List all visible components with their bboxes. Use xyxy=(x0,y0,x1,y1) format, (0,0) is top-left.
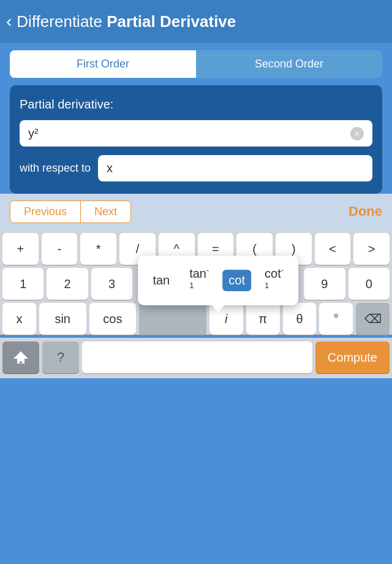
bottom-row: ? Compute xyxy=(0,338,392,378)
shift-icon xyxy=(12,349,29,366)
next-button[interactable]: Next xyxy=(81,201,130,223)
key-cos[interactable]: cos xyxy=(89,303,137,335)
svg-point-1 xyxy=(20,361,22,364)
popup-arrow xyxy=(212,305,224,313)
header: ‹ Differentiate Partial Derivative xyxy=(0,0,392,43)
previous-button[interactable]: Previous xyxy=(10,201,81,223)
trig-popup: tan tan-1 cot cot-1 xyxy=(138,256,298,305)
key-3[interactable]: 3 xyxy=(91,268,132,300)
key-theta[interactable]: θ xyxy=(283,303,317,335)
key-2[interactable]: 2 xyxy=(47,268,88,300)
key-9[interactable]: 9 xyxy=(304,268,345,300)
keyboard-row-trig: x sin cos i π θ ° ⌫ xyxy=(2,303,390,335)
tab-second-order[interactable]: Second Order xyxy=(196,50,382,78)
clear-button[interactable]: × xyxy=(350,127,364,140)
key-minus[interactable]: - xyxy=(42,233,78,265)
key-pi[interactable]: π xyxy=(246,303,280,335)
keyboard-row-numbers: 1 2 3 tan tan-1 cot cot-1 9 0 xyxy=(2,268,390,300)
respect-input[interactable]: x xyxy=(98,155,372,181)
shift-key[interactable] xyxy=(2,341,39,373)
form-label: Partial derivative: xyxy=(20,97,372,112)
space-key[interactable] xyxy=(82,341,312,373)
back-button[interactable]: ‹ xyxy=(6,12,12,31)
keyboard-area: + - * / ^ = ( ) < > 1 2 3 tan tan-1 cot … xyxy=(0,229,392,335)
tab-bar: First Order Second Order xyxy=(0,43,392,85)
compute-label: Compute xyxy=(328,351,377,365)
key-lt[interactable]: < xyxy=(315,233,351,265)
key-0[interactable]: 0 xyxy=(349,268,390,300)
key-sin[interactable]: sin xyxy=(39,303,86,335)
prev-next-group: Previous Next xyxy=(10,200,131,223)
header-title-light: Differentiate xyxy=(17,12,102,31)
done-button[interactable]: Done xyxy=(349,204,382,219)
compute-button[interactable]: Compute xyxy=(315,341,390,373)
tab-first-order[interactable]: First Order xyxy=(10,50,196,78)
key-gt[interactable]: > xyxy=(353,233,390,265)
respect-row: with respect to x xyxy=(20,155,372,181)
key-x[interactable]: x xyxy=(2,303,36,335)
header-title-bold: Partial Derivative xyxy=(107,12,236,31)
help-key[interactable]: ? xyxy=(42,341,79,373)
popup-cot[interactable]: cot xyxy=(222,270,251,291)
help-icon: ? xyxy=(57,349,64,365)
expression-value: y² xyxy=(28,126,350,140)
backspace-key[interactable]: ⌫ xyxy=(356,303,390,335)
key-degree[interactable]: ° xyxy=(319,303,353,335)
key-multiply[interactable]: * xyxy=(80,233,116,265)
popup-tan-inv[interactable]: tan-1 xyxy=(183,262,215,299)
expression-input-row[interactable]: y² × xyxy=(20,120,372,147)
key-1[interactable]: 1 xyxy=(2,268,43,300)
form-area: Partial derivative: y² × with respect to… xyxy=(10,85,382,194)
popup-cot-inv[interactable]: cot-1 xyxy=(258,262,290,299)
key-plus[interactable]: + xyxy=(2,233,39,265)
respect-label: with respect to xyxy=(20,162,91,175)
popup-tan[interactable]: tan xyxy=(146,270,176,291)
trig-popup-area: tan tan-1 cot cot-1 xyxy=(135,268,301,300)
page-title: Differentiate Partial Derivative xyxy=(17,12,236,31)
nav-bar: Previous Next Done xyxy=(0,194,392,229)
